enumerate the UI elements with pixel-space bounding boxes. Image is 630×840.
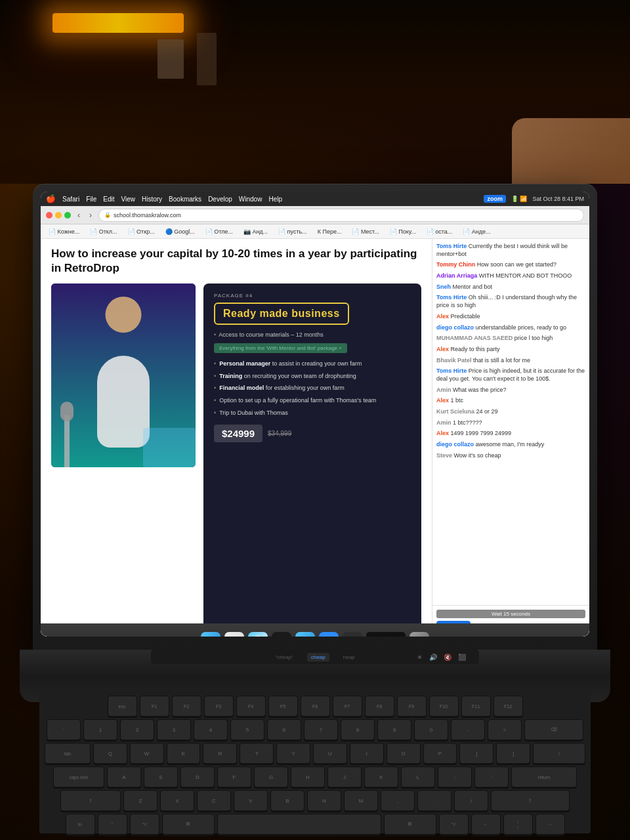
key-0[interactable]: 0 bbox=[414, 719, 448, 740]
key-2[interactable]: 2 bbox=[120, 719, 154, 740]
key-f9[interactable]: F9 bbox=[397, 696, 427, 717]
menu-develop[interactable]: Develop bbox=[208, 196, 232, 203]
key-x[interactable]: X bbox=[160, 790, 194, 811]
dock-safari[interactable] bbox=[248, 632, 268, 637]
url-bar[interactable]: 🔒 school.thomaskralow.com bbox=[98, 209, 584, 222]
key-u[interactable]: U bbox=[313, 743, 347, 764]
key-f7[interactable]: F7 bbox=[333, 696, 362, 717]
dock-finder[interactable] bbox=[201, 632, 220, 637]
key-b[interactable]: B bbox=[270, 790, 304, 811]
bookmark-6[interactable]: 📷 Анд... bbox=[240, 227, 272, 236]
bookmark-8[interactable]: 📄 Мест... bbox=[348, 227, 383, 236]
key-v[interactable]: V bbox=[234, 790, 268, 811]
key-h[interactable]: H bbox=[291, 766, 325, 788]
siri-icon[interactable]: ⬛ bbox=[458, 654, 466, 661]
bookmark-k[interactable]: К Пере... bbox=[314, 227, 346, 236]
bookmark-3[interactable]: 📄 Откр... bbox=[124, 227, 159, 236]
video-thumbnail[interactable] bbox=[51, 284, 196, 467]
key-p[interactable]: P bbox=[423, 743, 457, 764]
key-f3[interactable]: F3 bbox=[204, 696, 234, 717]
key-6[interactable]: 6 bbox=[267, 719, 301, 740]
key-f8[interactable]: F8 bbox=[365, 696, 394, 717]
key-f4[interactable]: F4 bbox=[236, 696, 266, 717]
key-o[interactable]: O bbox=[387, 743, 421, 764]
key-arrow-updown[interactable]: ↑↓ bbox=[503, 814, 533, 835]
key-rbracket[interactable]: ] bbox=[496, 743, 530, 764]
touchbar-suggestion-1[interactable]: "cheap" bbox=[271, 653, 297, 662]
key-l[interactable]: L bbox=[401, 766, 435, 788]
dock-zoom[interactable] bbox=[319, 632, 339, 637]
key-slash[interactable]: / bbox=[454, 790, 488, 811]
bookmark-4[interactable]: 🔵 Googl... bbox=[161, 227, 199, 236]
key-space[interactable] bbox=[217, 814, 381, 835]
key-t[interactable]: T bbox=[240, 743, 274, 764]
key-f[interactable]: F bbox=[217, 766, 251, 788]
key-fn[interactable]: fn bbox=[66, 814, 95, 835]
bookmark-5[interactable]: 📄 Отле... bbox=[201, 227, 237, 236]
menu-edit[interactable]: Edit bbox=[103, 196, 114, 203]
key-j[interactable]: J bbox=[327, 766, 362, 788]
dock-trash[interactable]: 🗑 bbox=[410, 632, 429, 637]
dock-apps[interactable]: ⊞ bbox=[343, 632, 362, 637]
menu-window[interactable]: Window bbox=[239, 196, 262, 203]
menu-safari[interactable]: Safari bbox=[62, 196, 79, 203]
key-f6[interactable]: F6 bbox=[301, 696, 330, 717]
key-cmd-right[interactable]: ⌘ bbox=[384, 814, 436, 835]
price-main[interactable]: $24999 bbox=[214, 425, 262, 442]
key-z[interactable]: Z bbox=[123, 790, 158, 811]
key-r[interactable]: R bbox=[203, 743, 237, 764]
key-w[interactable]: W bbox=[130, 743, 164, 764]
key-a[interactable]: A bbox=[107, 766, 141, 788]
key-c[interactable]: C bbox=[197, 790, 231, 811]
menu-help[interactable]: Help bbox=[268, 196, 282, 203]
key-f11[interactable]: F11 bbox=[461, 696, 491, 717]
key-left-shift[interactable]: ⇧ bbox=[60, 790, 121, 811]
volume-icon[interactable]: 🔊 bbox=[429, 654, 437, 661]
touchbar-suggestion-2[interactable]: cheap bbox=[307, 653, 329, 662]
key-d[interactable]: D bbox=[180, 766, 215, 788]
bookmark-10[interactable]: 📄 оста... bbox=[423, 227, 457, 236]
key-quote[interactable]: ' bbox=[474, 766, 509, 788]
key-backspace[interactable]: ⌫ bbox=[524, 719, 583, 740]
key-q[interactable]: Q bbox=[93, 743, 127, 764]
key-k[interactable]: K bbox=[364, 766, 398, 788]
touchbar-suggestion-3[interactable]: heap bbox=[339, 653, 359, 662]
key-backtick[interactable]: ` bbox=[47, 719, 81, 740]
key-option-right[interactable]: ⌥ bbox=[439, 814, 469, 835]
key-f2[interactable]: F2 bbox=[172, 696, 201, 717]
key-backslash[interactable]: \ bbox=[533, 743, 585, 764]
bookmark-11[interactable]: 📄 Анде... bbox=[459, 227, 494, 236]
menu-file[interactable]: File bbox=[86, 196, 96, 203]
maximize-button[interactable] bbox=[64, 212, 71, 219]
key-i[interactable]: I bbox=[350, 743, 384, 764]
key-m[interactable]: M bbox=[344, 790, 378, 811]
menu-view[interactable]: View bbox=[121, 196, 135, 203]
minimize-button[interactable] bbox=[55, 212, 62, 219]
key-n[interactable]: N bbox=[307, 790, 341, 811]
bookmark-9[interactable]: 📄 Поку... bbox=[386, 227, 420, 236]
key-period[interactable]: . bbox=[417, 790, 452, 811]
key-g[interactable]: G bbox=[254, 766, 288, 788]
key-comma[interactable]: , bbox=[381, 790, 415, 811]
key-arrow-left[interactable]: ← bbox=[471, 814, 501, 835]
key-ctrl[interactable]: ⌃ bbox=[98, 814, 127, 835]
key-s[interactable]: S bbox=[144, 766, 178, 788]
key-right-shift[interactable]: ⇧ bbox=[491, 790, 570, 811]
key-e[interactable]: E bbox=[167, 743, 201, 764]
key-minus[interactable]: - bbox=[451, 719, 485, 740]
key-return[interactable]: return bbox=[511, 766, 577, 788]
key-cmd-left[interactable]: ⌘ bbox=[162, 814, 215, 835]
back-button[interactable]: ‹ bbox=[75, 209, 83, 221]
key-option[interactable]: ⌥ bbox=[130, 814, 159, 835]
key-5[interactable]: 5 bbox=[230, 719, 264, 740]
key-tab[interactable]: tab bbox=[45, 743, 91, 764]
close-button[interactable] bbox=[46, 212, 52, 219]
brightness-icon[interactable]: ☀ bbox=[417, 654, 423, 661]
key-semicolon[interactable]: ; bbox=[438, 766, 472, 788]
key-1[interactable]: 1 bbox=[83, 719, 117, 740]
key-caps-lock[interactable]: caps lock bbox=[53, 766, 104, 788]
key-7[interactable]: 7 bbox=[304, 719, 338, 740]
key-esc[interactable]: esc bbox=[108, 696, 137, 717]
bookmark-1[interactable]: 📄 Кожне... bbox=[45, 227, 83, 236]
key-3[interactable]: 3 bbox=[157, 719, 191, 740]
